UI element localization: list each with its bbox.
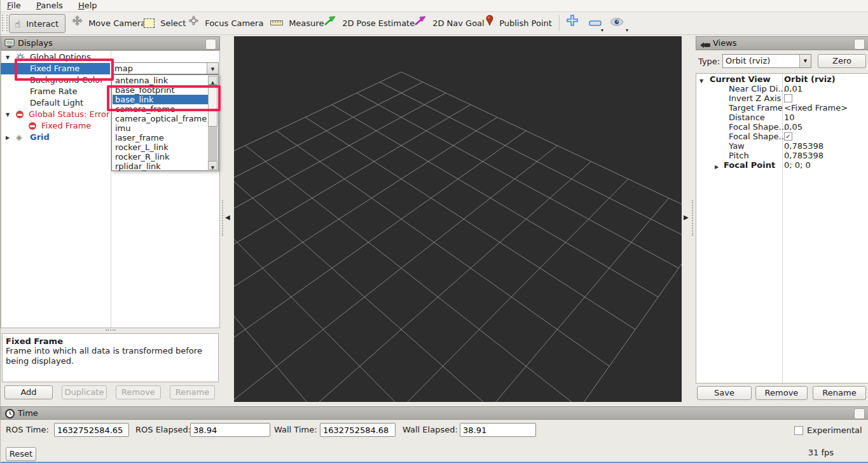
property-name: Distance xyxy=(729,113,765,122)
view-type-combo[interactable]: Orbit (rviz) ▼ xyxy=(722,54,811,68)
display-description-box: Fixed Frame Frame into which all data is… xyxy=(2,333,219,382)
wall-elapsed-field[interactable] xyxy=(460,423,536,437)
scroll-down-button[interactable]: ▼ xyxy=(208,161,217,170)
tree-row-background-color[interactable]: Background Color xyxy=(1,74,110,86)
ros-time-field[interactable] xyxy=(54,423,129,437)
dropdown-item-camera-optical-frame[interactable]: camera_optical_frame xyxy=(113,114,208,123)
reset-button[interactable]: Reset xyxy=(6,447,36,461)
expand-right-icon[interactable]: ▶ xyxy=(715,162,719,172)
dropdown-item-camera-frame[interactable]: camera_frame xyxy=(113,104,208,114)
zoom-out-caret-icon[interactable]: ▾ xyxy=(601,27,603,33)
tool-2d-pose-estimate[interactable]: 2D Pose Estimate xyxy=(324,14,415,32)
ros-elapsed-field[interactable] xyxy=(190,423,270,437)
dropdown-item-rocker-l-link[interactable]: rocker_L_link xyxy=(113,142,208,152)
remove-button: Remove xyxy=(116,385,161,399)
property-value[interactable]: 0,01 xyxy=(784,84,803,93)
views-remove-button[interactable]: Remove xyxy=(755,386,808,400)
dropdown-item-rocker-r-link[interactable]: rocker_R_link xyxy=(113,152,208,162)
fixed-frame-combo-value: map xyxy=(114,63,133,74)
collapse-left-icon[interactable]: ◀ xyxy=(225,214,230,221)
tree-row-global-options[interactable]: ▼ Global Options xyxy=(1,52,110,63)
dropdown-item-base-footprint[interactable]: base_footprint xyxy=(113,85,208,95)
invert-z-checkbox[interactable] xyxy=(784,94,792,102)
tool-publish-point[interactable]: Publish Point xyxy=(486,14,552,32)
scrollbar-slider[interactable] xyxy=(208,85,217,127)
property-value[interactable]: 0,785398 xyxy=(784,141,823,151)
menu-panels[interactable]: Panels xyxy=(30,0,69,11)
views-camera-icon xyxy=(699,40,711,53)
views-panel: Views Type: Orbit (rviz) ▼ Zero ▼ Curren… xyxy=(696,36,868,402)
visibility-button[interactable] xyxy=(610,14,627,32)
displays-panel-float-button[interactable] xyxy=(205,39,216,50)
views-column-divider[interactable] xyxy=(782,74,783,383)
property-value[interactable]: 10 xyxy=(784,113,795,122)
view-type-dropdown-button[interactable]: ▼ xyxy=(799,55,811,67)
right-splitter[interactable]: ▶ xyxy=(682,36,696,402)
property-name: Focal Shape... xyxy=(729,132,787,141)
dropdown-scrollbar[interactable]: ▲ ▼ xyxy=(208,76,217,170)
tool-focus-camera[interactable]: Focus Camera xyxy=(188,14,263,32)
menu-file[interactable]: File xyxy=(1,0,27,11)
dropdown-item-laser-frame[interactable]: laser_frame xyxy=(113,133,208,142)
scroll-up-button[interactable]: ▲ xyxy=(208,76,217,85)
displays-splitter-handle[interactable] xyxy=(106,329,116,332)
property-value[interactable]: 0,785398 xyxy=(784,151,823,160)
type-label: Type: xyxy=(698,57,720,66)
views-panel-header[interactable]: Views xyxy=(696,36,868,50)
tool-select[interactable]: Select xyxy=(144,14,186,32)
tree-label-background-color: Background Color xyxy=(30,74,104,86)
dropdown-item-rplidar-link[interactable]: rplidar_link xyxy=(113,162,208,171)
toolbar: ☝ Interact Move Camera Select Focus Came… xyxy=(1,12,868,35)
property-value[interactable]: <Fixed Frame> xyxy=(784,103,848,113)
tree-label-grid: Grid xyxy=(30,132,50,143)
dropdown-item-base-link[interactable]: base_link xyxy=(113,95,208,104)
description-title: Fixed Frame xyxy=(6,336,218,346)
tree-row-grid[interactable]: ▶ ◈ Grid xyxy=(1,132,110,143)
experimental-checkbox[interactable] xyxy=(794,426,803,435)
time-panel-float-button[interactable] xyxy=(854,408,865,419)
time-panel-header[interactable]: Time xyxy=(1,406,868,420)
tool-measure[interactable]: Measure xyxy=(270,14,324,32)
property-name: Invert Z Axis xyxy=(729,93,781,103)
ruler-icon xyxy=(270,15,283,32)
tree-row-fixed-frame-error[interactable]: Fixed Frame xyxy=(1,120,110,132)
zero-button[interactable]: Zero xyxy=(818,54,866,68)
toolbar-drag-handle[interactable] xyxy=(2,15,8,31)
expand-down-icon[interactable]: ▼ xyxy=(699,76,703,86)
tree-label-fixed-frame: Fixed Frame xyxy=(30,63,79,74)
dropdown-item-antenna-link[interactable]: antenna_link xyxy=(113,76,208,85)
tree-label-frame-rate: Frame Rate xyxy=(30,86,77,97)
expand-down-icon[interactable]: ▼ xyxy=(6,52,10,64)
current-view-value: Orbit (rviz) xyxy=(784,74,836,84)
tree-row-default-light[interactable]: Default Light xyxy=(1,97,110,109)
wall-time-field[interactable] xyxy=(320,423,396,437)
menu-help[interactable]: Help xyxy=(72,0,104,11)
toolbar-separator xyxy=(559,15,560,31)
left-splitter[interactable]: ◀ xyxy=(220,36,234,402)
combo-caret-icon: ▼ xyxy=(211,67,214,72)
tree-label-default-light: Default Light xyxy=(30,97,83,109)
tree-row-frame-rate[interactable]: Frame Rate xyxy=(1,86,110,97)
collapse-right-icon[interactable]: ▶ xyxy=(684,214,689,221)
tool-move-camera[interactable]: Move Camera xyxy=(72,14,146,32)
property-value[interactable]: 0,05 xyxy=(784,122,803,132)
zoom-in-button[interactable] xyxy=(566,14,582,32)
error-icon xyxy=(29,122,36,130)
views-panel-float-button[interactable] xyxy=(854,39,865,50)
save-button[interactable]: Save xyxy=(697,386,752,400)
3d-viewport[interactable] xyxy=(234,36,682,402)
tree-row-fixed-frame[interactable]: Fixed Frame xyxy=(1,63,110,74)
focal-shape-checkbox[interactable]: ✓ xyxy=(784,132,792,141)
tool-2d-nav-goal[interactable]: 2D Nav Goal xyxy=(414,14,485,32)
views-rename-button[interactable]: Rename xyxy=(813,386,866,400)
fixed-frame-combo[interactable]: map ▼ xyxy=(111,62,219,74)
property-value[interactable]: 0; 0; 0 xyxy=(784,160,811,170)
expand-down-icon[interactable]: ▼ xyxy=(6,109,10,121)
add-button[interactable]: Add xyxy=(4,385,53,399)
combo-dropdown-button[interactable]: ▼ xyxy=(207,63,218,74)
expand-right-icon[interactable]: ▶ xyxy=(6,132,10,144)
tool-interact[interactable]: ☝ Interact xyxy=(9,14,65,33)
dropdown-item-imu[interactable]: imu xyxy=(113,123,208,133)
displays-panel-header[interactable]: Displays xyxy=(1,36,220,50)
visibility-caret-icon[interactable]: ▾ xyxy=(626,27,628,33)
